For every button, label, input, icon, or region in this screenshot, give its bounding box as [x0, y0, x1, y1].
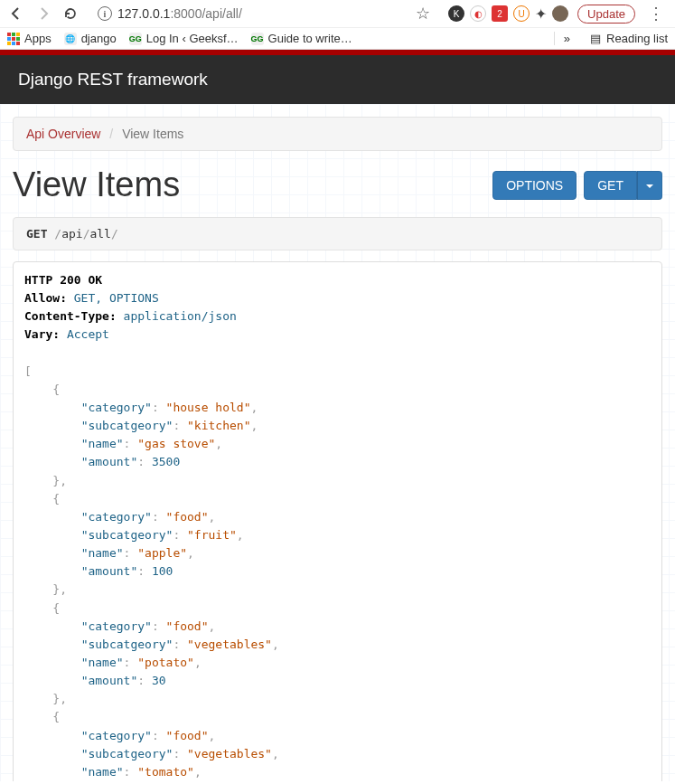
browser-toolbar: i 127.0.0.1:8000/api/all/ ☆ K ◐ 2 U ✦ Up…	[0, 0, 675, 27]
extensions-menu-icon[interactable]: ✦	[535, 5, 547, 23]
request-box: GET /api/all/	[13, 217, 662, 250]
ext-icon-2[interactable]: ◐	[470, 5, 486, 22]
reload-button[interactable]	[61, 5, 80, 23]
apps-shortcut[interactable]: Apps	[7, 32, 52, 45]
browser-chrome: i 127.0.0.1:8000/api/all/ ☆ K ◐ 2 U ✦ Up…	[0, 0, 675, 50]
site-info-icon[interactable]: i	[98, 6, 112, 21]
drf-navbar: Django REST framework	[0, 55, 675, 104]
chevron-down-icon	[646, 184, 653, 188]
bookmarks-bar: Apps 🌐django GGLog In ‹ Geeksf… GGGuide …	[0, 27, 675, 49]
ext-icon-3[interactable]: 2	[492, 5, 508, 22]
page-title: View Items	[13, 165, 180, 204]
ext-icon-4[interactable]: U	[513, 5, 530, 22]
response-body: [ { "category": "house hold", "subcatgeo…	[24, 364, 279, 781]
bookmarks-overflow[interactable]: »	[564, 32, 570, 45]
chrome-menu-icon[interactable]: ⋮	[644, 4, 668, 24]
back-button[interactable]	[7, 5, 25, 23]
get-button[interactable]: GET	[584, 171, 637, 200]
bookmark-django[interactable]: 🌐django	[64, 32, 117, 45]
bookmark-login[interactable]: GGLog In ‹ Geeksf…	[129, 32, 239, 45]
response-status: HTTP 200 OK	[24, 273, 102, 287]
brand-link[interactable]: Django REST framework	[18, 70, 208, 89]
globe-icon: 🌐	[64, 33, 77, 45]
page-scroll[interactable]: Django REST framework Api Overview / Vie…	[0, 55, 675, 781]
response-box: HTTP 200 OK Allow: GET, OPTIONS Content-…	[13, 261, 662, 781]
favicon-gfg-1: GG	[129, 33, 142, 45]
breadcrumb-current: View Items	[122, 127, 183, 141]
url-text: 127.0.0.1:8000/api/all/	[117, 6, 242, 21]
breadcrumb-root[interactable]: Api Overview	[26, 127, 100, 141]
forward-button[interactable]	[34, 5, 52, 23]
page-content: Api Overview / View Items View Items OPT…	[0, 104, 675, 781]
extension-icons: K ◐ 2 U ✦	[448, 5, 568, 23]
bookmark-guide[interactable]: GGGuide to write…	[251, 32, 352, 45]
reading-list-button[interactable]: Reading list	[606, 32, 668, 45]
request-method: GET	[26, 227, 47, 241]
breadcrumb-separator: /	[104, 127, 118, 141]
apps-grid-icon	[7, 33, 20, 45]
profile-avatar-icon[interactable]	[552, 5, 568, 22]
breadcrumb: Api Overview / View Items	[13, 117, 662, 151]
bookmark-star-icon[interactable]: ☆	[416, 4, 430, 24]
options-button[interactable]: OPTIONS	[492, 171, 577, 200]
ext-icon-1[interactable]: K	[448, 5, 464, 22]
get-dropdown-toggle[interactable]	[637, 171, 662, 200]
update-button[interactable]: Update	[577, 5, 635, 24]
get-button-group: GET	[584, 171, 662, 200]
reading-list-icon: ▤	[590, 32, 601, 45]
url-bar[interactable]: i 127.0.0.1:8000/api/all/ ☆	[89, 1, 439, 26]
favicon-gfg-2: GG	[251, 33, 264, 45]
